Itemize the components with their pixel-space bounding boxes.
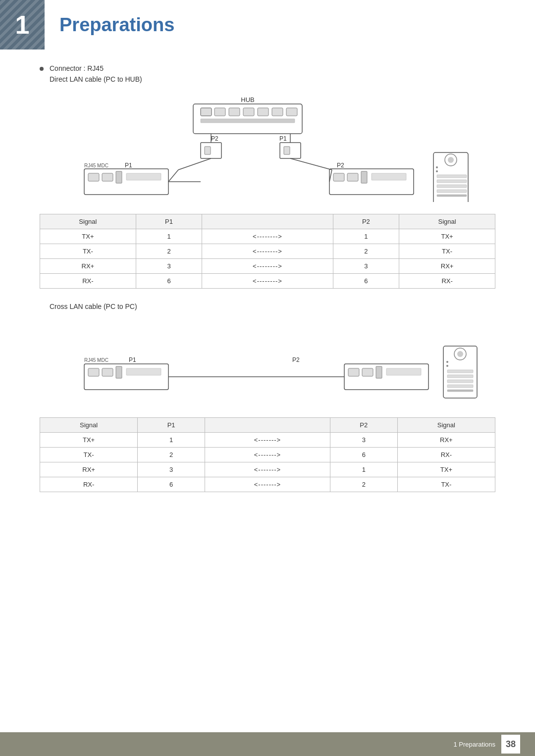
page-number: 38 [501, 735, 520, 754]
bullet-dot-icon [40, 67, 44, 71]
table-cell: TX+ [397, 462, 495, 477]
svg-rect-61 [447, 390, 473, 392]
svg-rect-43 [102, 368, 113, 376]
chapter-title-area: Preparations [45, 0, 535, 50]
table-cell: 2 [333, 244, 399, 259]
connector-label: Connector : RJ45 [50, 64, 104, 72]
svg-rect-47 [344, 364, 428, 390]
table1-header-p1: P1 [136, 214, 202, 229]
svg-rect-59 [447, 380, 473, 383]
table-cell: <--------> [202, 244, 333, 259]
table-cell: 6 [330, 448, 397, 462]
table-cell: 1 [330, 462, 397, 477]
chapter-number-block: 1 [0, 0, 45, 50]
svg-rect-50 [376, 366, 382, 378]
svg-rect-28 [361, 171, 367, 183]
table-row: RX-6<-------->6RX- [40, 274, 495, 289]
table1-header-signal2: Signal [399, 214, 495, 229]
table-cell: <-------> [205, 433, 330, 448]
svg-rect-36 [437, 175, 467, 178]
svg-rect-26 [333, 173, 344, 181]
svg-rect-22 [126, 173, 161, 180]
bullet-connector: Connector : RJ45 [40, 64, 495, 72]
table-cell: RX- [40, 274, 136, 289]
table-row: TX+1<------->3RX+ [40, 433, 495, 448]
svg-rect-57 [447, 370, 473, 373]
svg-rect-18 [84, 169, 168, 195]
svg-rect-3 [214, 108, 225, 116]
cross-lan-diagram: RJ45 MDC P1 P2 [40, 326, 495, 405]
table-cell: <-------> [205, 462, 330, 477]
table2-header-signal1: Signal [40, 418, 138, 433]
left-p1-label: P1 [125, 162, 132, 169]
table-cell: TX- [40, 448, 138, 462]
table-row: TX-2<------->6RX- [40, 448, 495, 462]
svg-point-34 [436, 166, 438, 168]
svg-rect-60 [447, 385, 473, 388]
svg-rect-19 [88, 173, 99, 181]
svg-rect-58 [447, 375, 473, 378]
svg-point-33 [448, 157, 454, 163]
direct-lan-svg: HUB P2 P1 [54, 93, 481, 202]
svg-rect-51 [386, 368, 421, 375]
svg-line-17 [290, 158, 332, 170]
table1-header-p2: P2 [333, 214, 399, 229]
svg-point-55 [446, 361, 448, 363]
svg-rect-39 [437, 190, 467, 193]
svg-point-54 [457, 351, 463, 357]
table-cell: TX- [399, 244, 495, 259]
table-row: RX-6<------->2TX- [40, 477, 495, 492]
hub-p1-label: P1 [279, 135, 287, 142]
cross-cable-label: Cross LAN cable (PC to PC) [50, 302, 495, 310]
table-cell: RX- [397, 448, 495, 462]
svg-rect-40 [437, 195, 467, 197]
svg-rect-7 [272, 108, 283, 116]
direct-lan-table: Signal P1 P2 Signal TX+1<-------->1TX+TX… [40, 214, 495, 289]
svg-rect-15 [284, 147, 290, 154]
table-cell: 1 [136, 229, 202, 244]
table-cell: 2 [330, 477, 397, 492]
table-cell: TX+ [399, 229, 495, 244]
table-cell: 3 [333, 259, 399, 274]
svg-rect-25 [329, 169, 414, 195]
svg-rect-21 [116, 171, 122, 183]
table-cell: 3 [330, 433, 397, 448]
cross-left-p1-label: P1 [129, 356, 136, 363]
table-row: RX+3<------->1TX+ [40, 462, 495, 477]
table1-header-signal1: Signal [40, 214, 136, 229]
footer-label: 1 Preparations [453, 741, 495, 748]
table-cell: RX+ [40, 259, 136, 274]
svg-rect-38 [437, 185, 467, 188]
table-cell: RX- [399, 274, 495, 289]
svg-rect-44 [116, 366, 122, 378]
svg-rect-20 [102, 173, 113, 181]
table2-header-signal2: Signal [397, 418, 495, 433]
svg-rect-8 [286, 108, 297, 116]
table-cell: RX- [40, 477, 138, 492]
svg-rect-41 [84, 364, 168, 390]
svg-rect-10 [201, 143, 221, 158]
page-footer: 1 Preparations 38 [0, 732, 535, 756]
svg-rect-37 [437, 180, 467, 183]
svg-rect-48 [348, 368, 359, 376]
table-cell: 6 [138, 477, 205, 492]
table-cell: 6 [136, 274, 202, 289]
main-content: Connector : RJ45 Direct LAN cable (PC to… [0, 64, 535, 546]
table-cell: <--------> [202, 259, 333, 274]
svg-rect-42 [88, 368, 99, 376]
svg-rect-4 [229, 108, 240, 116]
table-cell: 3 [136, 259, 202, 274]
svg-line-24 [168, 170, 178, 182]
table-cell: TX- [40, 244, 136, 259]
svg-rect-29 [372, 173, 406, 180]
hub-label: HUB [241, 96, 254, 103]
table-cell: TX+ [40, 229, 136, 244]
svg-rect-9 [201, 119, 295, 123]
table2-header-p1: P1 [138, 418, 205, 433]
table-cell: 2 [136, 244, 202, 259]
cross-right-p2-label: P2 [292, 356, 300, 363]
svg-point-35 [436, 170, 438, 172]
table-cell: TX+ [40, 433, 138, 448]
svg-rect-14 [280, 143, 301, 158]
table-row: RX+3<-------->3RX+ [40, 259, 495, 274]
